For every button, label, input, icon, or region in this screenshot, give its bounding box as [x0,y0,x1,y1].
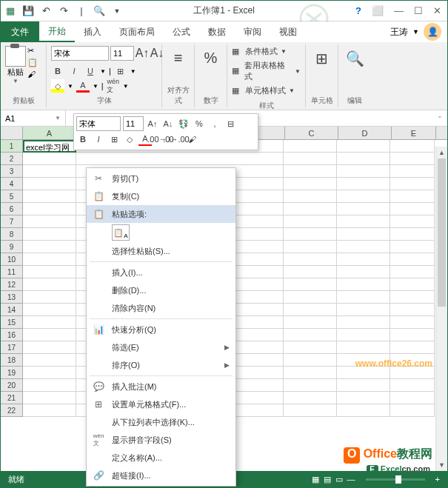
cell-c3[interactable] [284,165,337,178]
table-format-button[interactable]: ▦ 套用表格格式 ▼ [232,60,301,82]
scroll-down-icon[interactable]: ▼ [436,459,447,471]
cell-a5[interactable] [23,190,76,203]
font-size-select[interactable] [110,46,134,61]
cell-e13[interactable] [390,291,435,304]
tab-home[interactable]: 开始 [39,21,75,42]
cell-d10[interactable] [337,253,390,266]
select-all-corner[interactable] [1,127,23,139]
row-header-14[interactable]: 14 [1,304,23,316]
italic-button[interactable]: I [67,64,81,78]
row-header-5[interactable]: 5 [1,190,23,203]
ctx-insert-comment[interactable]: 💬插入批注(M) [87,378,235,395]
ctx-clear[interactable]: 清除内容(N) [87,299,235,317]
row-header-11[interactable]: 11 [1,266,23,278]
close-icon[interactable]: ✕ [433,5,441,16]
view-normal-icon[interactable]: ▦ [312,475,319,484]
cell-d21[interactable] [337,392,390,404]
zoom-slider[interactable] [366,478,425,481]
ctx-pick-from-list[interactable]: 从下拉列表中选择(K)... [87,413,235,431]
cell-c12[interactable] [284,278,337,291]
cell-c7[interactable] [284,215,337,228]
cell-e14[interactable] [390,304,435,316]
undo-icon[interactable]: ↶ [40,5,52,17]
mini-bold-button[interactable]: B [76,133,90,146]
cell-a1[interactable]: excel学习网 [23,140,76,153]
row-header-1[interactable]: 1 [1,140,23,153]
cell-c14[interactable] [284,304,337,316]
cell-a6[interactable] [23,203,76,215]
cell-c5[interactable] [284,190,337,203]
row-header-15[interactable]: 15 [1,316,23,329]
paste-button[interactable]: 粘贴 ▼ [5,46,26,84]
cell-e5[interactable] [390,190,435,203]
fill-color-button[interactable]: ◇ [51,79,64,93]
ctx-cut[interactable]: ✂剪切(T) [87,170,235,187]
row-header-7[interactable]: 7 [1,215,23,228]
cell-a22[interactable] [23,404,76,417]
cell-c10[interactable] [284,253,337,266]
cell-c11[interactable] [284,266,337,278]
cell-styles-button[interactable]: ▦ 单元格样式 ▼ [232,85,301,96]
format-painter-icon[interactable]: 🖌 [27,70,38,78]
border-button[interactable]: ⊞ [114,64,127,78]
expand-formula-icon[interactable]: ⌄ [437,112,443,119]
cell-c21[interactable] [284,392,337,404]
row-header-21[interactable]: 21 [1,392,23,404]
cell-d6[interactable] [337,203,390,215]
cell-c16[interactable] [284,329,337,341]
cell-a3[interactable] [23,165,76,178]
tab-view[interactable]: 视图 [270,21,306,42]
copy-icon[interactable]: 📋 [27,58,38,67]
cell-d13[interactable] [337,291,390,304]
ctx-insert[interactable]: 插入(I)... [87,264,235,281]
row-header-4[interactable]: 4 [1,178,23,190]
ctx-copy[interactable]: 📋复制(C) [87,187,235,205]
mini-comma-icon[interactable]: , [208,117,221,130]
ctx-show-phonetic[interactable]: wén文显示拼音字段(S) [87,431,235,449]
cell-e20[interactable] [390,379,435,392]
cell-d7[interactable] [337,215,390,228]
cells-icon[interactable]: ⊞ [315,50,328,67]
cell-a4[interactable] [23,178,76,190]
col-header-c[interactable]: C [285,127,338,139]
mini-merge-icon[interactable]: ⊟ [224,117,237,130]
cell-c2[interactable] [284,153,337,165]
cell-a7[interactable] [23,215,76,228]
row-header-10[interactable]: 10 [1,253,23,266]
user-account[interactable]: 王涛 ▼ 👤 [390,23,441,41]
row-header-16[interactable]: 16 [1,329,23,341]
mini-increase-font-icon[interactable]: A↑ [146,117,159,130]
row-header-3[interactable]: 3 [1,165,23,178]
cell-c18[interactable] [284,354,337,367]
row-header-19[interactable]: 19 [1,367,23,379]
cell-d8[interactable] [337,228,390,241]
tab-review[interactable]: 审阅 [235,21,270,42]
ctx-delete[interactable]: 删除(D)... [87,281,235,299]
tab-insert[interactable]: 插入 [75,21,110,42]
mini-format-painter-icon[interactable]: 🖌 [185,133,198,146]
mini-percent-icon[interactable]: % [193,117,206,130]
cell-e12[interactable] [390,278,435,291]
font-name-select[interactable] [51,46,109,61]
cell-c1[interactable] [284,140,337,153]
cell-a20[interactable] [23,379,76,392]
cell-c13[interactable] [284,291,337,304]
mini-font-name[interactable] [76,116,121,131]
cell-e22[interactable] [390,404,435,417]
ribbon-display-icon[interactable]: ⬜ [372,5,384,16]
cell-e8[interactable] [390,228,435,241]
cell-a8[interactable] [23,228,76,241]
cell-a18[interactable] [23,354,76,367]
name-box[interactable]: A1 ▼ [1,110,66,126]
cell-a15[interactable] [23,316,76,329]
cell-c15[interactable] [284,316,337,329]
cell-e17[interactable] [390,341,435,354]
row-header-22[interactable]: 22 [1,404,23,417]
ctx-format-cells[interactable]: ⊞设置单元格格式(F)... [87,395,235,413]
scroll-up-icon[interactable]: ▲ [436,147,447,158]
row-header-12[interactable]: 12 [1,278,23,291]
ctx-hyperlink[interactable]: 🔗超链接(I)... [87,467,235,484]
cell-d4[interactable] [337,178,390,190]
row-header-8[interactable]: 8 [1,228,23,241]
cell-e10[interactable] [390,253,435,266]
